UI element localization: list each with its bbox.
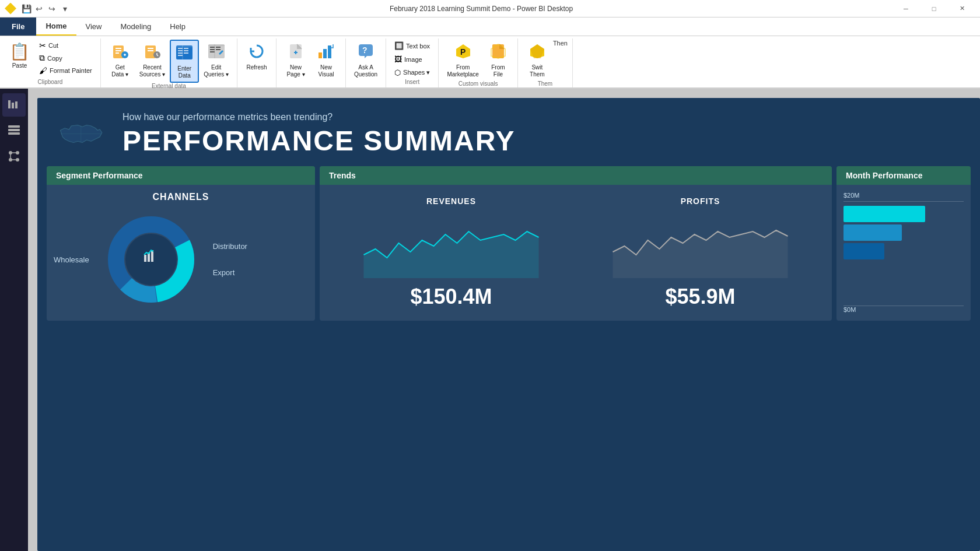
month-label-20m: $20M (844, 192, 860, 199)
ask-question-icon: ? (356, 42, 375, 63)
ribbon-group-custom-visuals: P FromMarketplace FromFile Custom visual… (439, 38, 517, 87)
svg-rect-12 (178, 52, 183, 54)
recent-sources-label: RecentSources ▾ (139, 64, 165, 78)
revenues-title: REVENUES (331, 196, 571, 206)
clipboard-small-buttons: ✂ Cut ⧉ Copy 🖌 Format Painter (36, 40, 96, 76)
minimize-button[interactable]: ─ (892, 0, 919, 17)
month-bar-chart (844, 201, 964, 306)
svg-rect-57 (144, 255, 146, 262)
svg-rect-11 (178, 50, 183, 51)
ribbon-group-ask: ? Ask AQuestion (346, 38, 386, 87)
menu-modeling[interactable]: Modeling (111, 17, 160, 36)
image-label: Image (404, 56, 422, 63)
ask-items: ? Ask AQuestion (351, 40, 381, 85)
month-bar-1 (844, 206, 925, 222)
donut-label-export: Export (213, 268, 247, 277)
enter-data-button[interactable]: EnterData (170, 40, 199, 83)
shapes-button[interactable]: ⬡ Shapes ▾ (391, 66, 433, 79)
dashboard: How have our performance metrics been tr… (37, 98, 980, 551)
month-panel-body: $20M (836, 185, 971, 320)
svg-rect-40 (15, 101, 18, 108)
svg-rect-20 (210, 47, 215, 48)
trends-panel-body: REVENUES $150.4M PROFITS (320, 185, 832, 321)
month-bar-3 (844, 243, 884, 259)
clipboard-group-label: Clipboard (37, 79, 62, 86)
segment-panel-header: Segment Performance (47, 166, 315, 185)
channels-donut-chart (99, 207, 204, 312)
undo-icon[interactable]: ↩ (34, 3, 44, 14)
from-file-button[interactable]: FromFile (484, 40, 513, 80)
switch-theme-icon (528, 42, 547, 63)
usa-map-icon (56, 114, 108, 155)
segment-panel: Segment Performance CHANNELS Wholesale (47, 166, 315, 321)
pages-items: NewPage ▾ NewVisual (281, 40, 341, 85)
sidebar-icon-model[interactable] (2, 145, 26, 168)
svg-rect-1 (116, 48, 121, 49)
menu-file[interactable]: File (0, 17, 36, 36)
refresh-items: Refresh (242, 40, 271, 85)
edit-queries-button[interactable]: EditQueries ▾ (200, 40, 232, 80)
enter-data-icon (175, 43, 194, 64)
donut-label-wholesale: Wholesale (54, 255, 89, 264)
profits-value: $55.9M (580, 285, 820, 309)
menu-bar: File Home View Modeling Help (0, 17, 980, 36)
new-page-button[interactable]: NewPage ▾ (281, 40, 310, 80)
sidebar-icon-report[interactable] (2, 93, 26, 117)
dashboard-subtitle: How have our performance metrics been tr… (123, 112, 516, 122)
shapes-label: Shapes ▾ (403, 69, 430, 76)
new-visual-button[interactable]: NewVisual (312, 40, 341, 80)
svg-rect-22 (210, 51, 215, 52)
close-button[interactable]: ✕ (949, 0, 975, 17)
format-painter-button[interactable]: 🖌 Format Painter (36, 65, 96, 76)
profits-title: PROFITS (580, 196, 820, 206)
switch-theme-button[interactable]: SwitThem (523, 40, 552, 80)
menu-help[interactable]: Help (160, 17, 195, 36)
shapes-icon: ⬡ (394, 68, 401, 77)
recent-sources-button[interactable]: RecentSources ▾ (136, 40, 169, 80)
paste-button[interactable]: 📋 Paste (5, 40, 34, 71)
window-controls: ─ □ ✕ (892, 0, 975, 17)
month-panel: Month Performance $20M (836, 166, 971, 321)
cut-button[interactable]: ✂ Cut (36, 40, 96, 51)
edit-queries-icon (207, 42, 226, 63)
save-icon[interactable]: 💾 (21, 3, 32, 14)
enter-data-label: EnterData (177, 65, 191, 79)
svg-rect-43 (8, 132, 20, 135)
svg-rect-16 (184, 52, 188, 54)
refresh-button[interactable]: Refresh (242, 40, 271, 73)
text-box-button[interactable]: 🔲 Text box (391, 40, 433, 52)
cut-icon: ✂ (39, 41, 46, 50)
ask-question-label: Ask AQuestion (354, 64, 377, 78)
svg-rect-38 (8, 100, 10, 108)
edit-queries-label: EditQueries ▾ (204, 64, 229, 78)
insert-group-label: Insert (405, 79, 419, 86)
quick-access-toolbar: 💾 ↩ ↪ ▾ (21, 3, 70, 14)
format-painter-icon: 🖌 (39, 66, 47, 75)
get-data-label: GetData ▾ (111, 64, 128, 78)
copy-button[interactable]: ⧉ Copy (36, 52, 96, 64)
menu-home[interactable]: Home (36, 17, 76, 36)
maximize-button[interactable]: □ (921, 0, 947, 17)
copy-label: Copy (47, 55, 62, 62)
menu-view[interactable]: View (76, 17, 111, 36)
svg-text:?: ? (362, 45, 368, 55)
svg-rect-24 (216, 49, 220, 50)
ask-question-button[interactable]: ? Ask AQuestion (351, 40, 381, 80)
redo-icon[interactable]: ↪ (47, 3, 57, 14)
svg-rect-15 (184, 50, 188, 51)
from-marketplace-icon: P (454, 42, 473, 63)
sidebar-icon-data[interactable] (2, 119, 26, 142)
profits-col: PROFITS $55.9M (576, 192, 825, 314)
svg-rect-42 (8, 129, 20, 131)
svg-rect-2 (116, 50, 121, 51)
custom-visuals-label: Custom visuals (459, 80, 498, 88)
trends-panel: Trends REVENUES $150.4M (320, 166, 832, 321)
switch-theme-label: SwitThem (530, 64, 545, 78)
from-marketplace-button[interactable]: P FromMarketplace (443, 40, 482, 80)
cut-label: Cut (48, 42, 58, 49)
get-data-button[interactable]: GetData ▾ (106, 40, 135, 80)
image-button[interactable]: 🖼 Image (391, 53, 433, 65)
svg-rect-6 (148, 48, 153, 49)
quick-access-dropdown-icon[interactable]: ▾ (60, 3, 70, 14)
custom-visuals-items: P FromMarketplace FromFile (443, 40, 512, 80)
